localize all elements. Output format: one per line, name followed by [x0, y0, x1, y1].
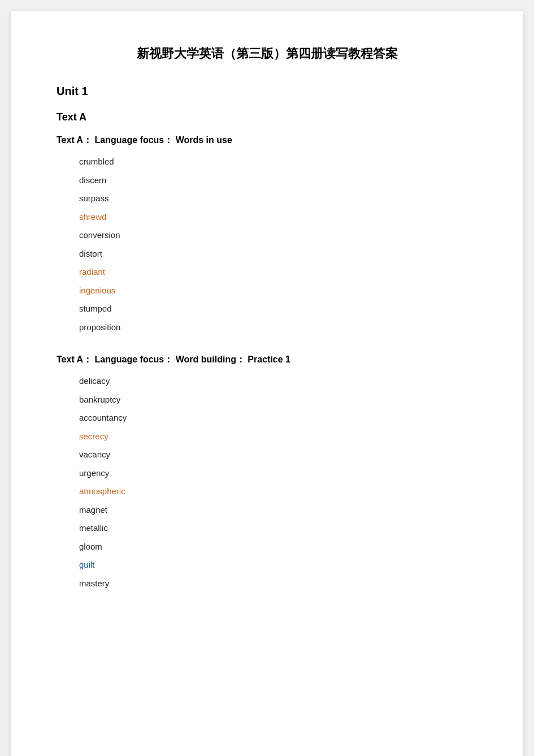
list-item: surpass: [79, 192, 477, 205]
page-container: 新视野大学英语（第三版）第四册读写教程答案 Unit 1 Text A Text…: [11, 11, 523, 756]
word-building-list: delicacybankruptcyaccountancysecrecyvaca…: [79, 375, 477, 590]
list-item: discern: [79, 174, 477, 187]
list-item: delicacy: [79, 375, 477, 388]
words-in-use-list: crumbleddiscernsurpassshrewdconversiondi…: [79, 155, 477, 334]
list-item: mastery: [79, 577, 477, 590]
list-item: proposition: [79, 321, 477, 334]
list-item: distort: [79, 248, 477, 261]
list-item: stumped: [79, 303, 477, 316]
list-item: gloom: [79, 541, 477, 554]
list-item: magnet: [79, 504, 477, 517]
list-item: bankruptcy: [79, 394, 477, 407]
unit-heading: Unit 1: [57, 85, 477, 98]
list-item: crumbled: [79, 155, 477, 169]
page-title: 新视野大学英语（第三版）第四册读写教程答案: [57, 45, 477, 62]
text-a-heading: Text A: [57, 111, 477, 123]
list-item: urgency: [79, 467, 477, 480]
list-item: secrecy: [79, 430, 477, 443]
list-item: vacancy: [79, 448, 477, 461]
list-item: radiant: [79, 266, 477, 279]
list-item: shrewd: [79, 211, 477, 224]
subsection2-heading: Text A： Language focus： Word building： P…: [57, 354, 477, 366]
list-item: metallic: [79, 522, 477, 535]
list-item: atmospheric: [79, 485, 477, 498]
list-item: accountancy: [79, 412, 477, 425]
list-item: conversion: [79, 229, 477, 242]
list-item: ingenious: [79, 284, 477, 297]
list-item: guilt: [79, 559, 477, 572]
subsection1-heading: Text A： Language focus： Words in use: [57, 135, 477, 146]
